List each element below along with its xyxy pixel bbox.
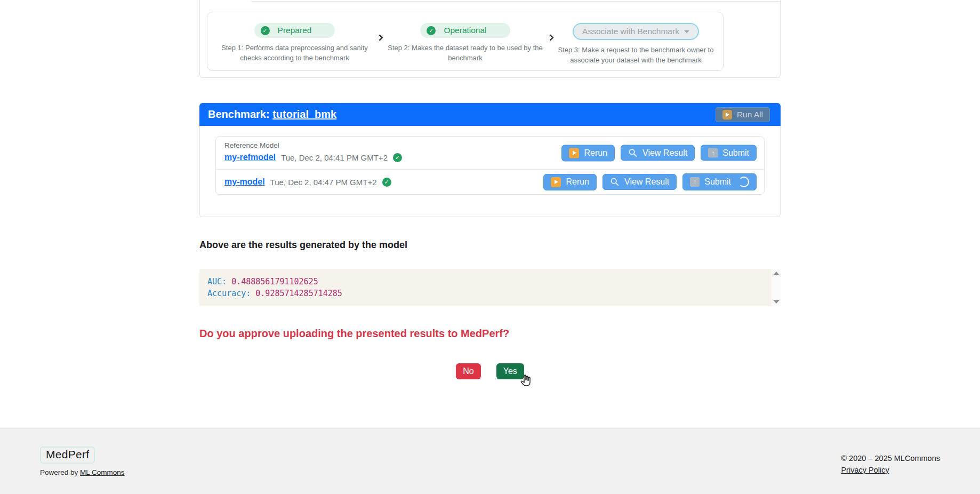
yes-label: Yes — [503, 366, 517, 376]
upload-icon — [690, 177, 700, 187]
spinner-icon — [738, 177, 749, 187]
dataset-stepper: Prepared Step 1: Performs data preproces… — [207, 12, 724, 71]
step-operational: Operational Step 2: Makes the dataset re… — [382, 23, 548, 70]
powered-by: Powered by ML Commons — [40, 468, 125, 476]
scroll-up-icon[interactable] — [773, 272, 780, 275]
search-icon — [628, 148, 638, 158]
upload-icon — [708, 148, 718, 158]
step-operational-badge: Operational — [420, 23, 510, 38]
result-line-auc: AUC: 0.4888561791102625 — [207, 276, 762, 288]
play-icon — [551, 177, 561, 187]
result-value: 0.9285714285714285 — [255, 289, 342, 298]
view-result-label: View Result — [642, 148, 687, 158]
no-button[interactable]: No — [456, 363, 480, 379]
search-icon — [610, 177, 620, 187]
result-key: AUC: — [207, 277, 227, 286]
results-heading: Above are the results generated by the m… — [199, 240, 781, 251]
scroll-down-icon[interactable] — [773, 300, 780, 304]
cursor-pointer-icon — [519, 374, 532, 387]
associate-with-benchmark-button[interactable]: Associate with Benchmark — [573, 23, 699, 40]
row-actions: Rerun View Result Submit — [561, 145, 757, 161]
footer-right: © 2020 – 2025 MLCommons Privacy Policy — [841, 447, 940, 476]
check-circle-icon — [382, 178, 391, 187]
yes-button[interactable]: Yes — [496, 363, 524, 379]
play-icon — [569, 148, 579, 158]
benchmark-title: Benchmark: tutorial_bmk — [208, 108, 336, 121]
benchmark-body: Reference Model my-refmodel Tue, Dec 2, … — [199, 126, 781, 217]
play-icon — [722, 110, 732, 119]
model-timestamp: Tue, Dec 2, 04:41 PM GMT+2 — [281, 153, 388, 162]
scrollbar[interactable] — [772, 269, 781, 306]
results-code-block: AUC: 0.4888561791102625 Accuracy: 0.9285… — [199, 269, 781, 306]
benchmark-title-prefix: Benchmark: — [208, 108, 270, 120]
submit-button-submitting[interactable]: Submit — [682, 173, 757, 190]
view-result-button[interactable]: View Result — [621, 145, 695, 161]
medperf-logo: MedPerf — [40, 447, 95, 464]
submit-label: Submit — [704, 177, 731, 187]
step-prepared-badge: Prepared — [254, 23, 335, 38]
copyright-text: © 2020 – 2025 MLCommons — [841, 453, 940, 465]
rerun-label: Rerun — [566, 177, 589, 187]
dataset-card: Prepared Step 1: Performs data preproces… — [199, 0, 781, 78]
model-link-my-refmodel[interactable]: my-refmodel — [224, 153, 276, 162]
submit-button[interactable]: Submit — [701, 145, 757, 161]
view-result-label: View Result — [624, 177, 669, 187]
reference-model-row: Reference Model my-refmodel Tue, Dec 2, … — [216, 137, 764, 169]
privacy-policy-link[interactable]: Privacy Policy — [841, 466, 889, 474]
rerun-button[interactable]: Rerun — [543, 174, 597, 190]
approval-buttons: No Yes — [199, 363, 781, 379]
result-value: 0.4888561791102625 — [231, 277, 318, 286]
model-timestamp: Tue, Dec 2, 04:47 PM GMT+2 — [270, 178, 377, 187]
result-key: Accuracy: — [207, 289, 251, 298]
rerun-label: Rerun — [584, 148, 607, 158]
caret-down-icon — [684, 30, 689, 33]
associate-with-benchmark-label: Associate with Benchmark — [582, 27, 679, 36]
rerun-button[interactable]: Rerun — [561, 145, 615, 161]
step-prepared-label: Prepared — [278, 26, 312, 35]
footer: MedPerf Powered by ML Commons © 2020 – 2… — [0, 428, 980, 494]
page-content: Prepared Step 1: Performs data preproces… — [199, 0, 781, 379]
step-associate: Associate with Benchmark Step 3: Make a … — [553, 23, 719, 70]
divider — [251, 1, 780, 2]
step-operational-description: Step 2: Makes the dataset ready to be us… — [382, 43, 548, 63]
submit-label: Submit — [722, 148, 749, 158]
result-line-accuracy: Accuracy: 0.9285714285714285 — [207, 288, 762, 299]
chevron-right-icon — [377, 33, 382, 42]
powered-by-prefix: Powered by — [40, 468, 78, 476]
footer-left: MedPerf Powered by ML Commons — [40, 447, 125, 476]
model-row: my-model Tue, Dec 2, 04:47 PM GMT+2 Reru… — [216, 169, 764, 194]
row-actions: Rerun View Result Submit — [543, 173, 757, 190]
view-result-button[interactable]: View Result — [603, 174, 677, 190]
step-associate-description: Step 3: Make a request to the benchmark … — [553, 45, 719, 66]
run-all-button[interactable]: Run All — [716, 107, 770, 122]
chevron-right-icon — [548, 33, 553, 42]
benchmark-name-link[interactable]: tutorial_bmk — [272, 108, 336, 120]
mlcommons-link[interactable]: ML Commons — [80, 468, 125, 476]
model-link-my-model[interactable]: my-model — [224, 177, 265, 187]
model-list: Reference Model my-refmodel Tue, Dec 2, … — [215, 136, 765, 195]
step-prepared-description: Step 1: Performs data preprocessing and … — [212, 43, 377, 63]
check-circle-icon — [393, 153, 402, 162]
check-circle-icon — [261, 26, 270, 35]
step-prepared: Prepared Step 1: Performs data preproces… — [212, 23, 377, 70]
run-all-label: Run All — [737, 110, 763, 119]
check-circle-icon — [427, 26, 436, 35]
benchmark-header: Benchmark: tutorial_bmk Run All — [199, 103, 781, 126]
benchmark-card: Benchmark: tutorial_bmk Run All Referenc… — [199, 103, 781, 217]
step-operational-label: Operational — [444, 26, 486, 35]
approval-question: Do you approve uploading the presented r… — [199, 328, 781, 340]
